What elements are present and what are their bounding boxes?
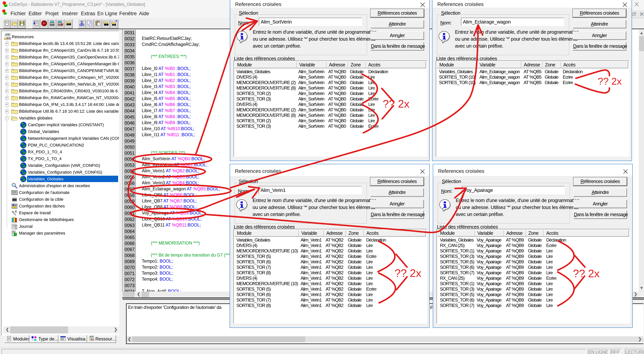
svg-text:?? 2x: ?? 2x: [383, 98, 410, 110]
svg-text:?? 2x: ?? 2x: [394, 267, 421, 279]
svg-text:?? 2x: ?? 2x: [573, 267, 600, 280]
svg-text:?? 2x: ?? 2x: [598, 76, 622, 87]
